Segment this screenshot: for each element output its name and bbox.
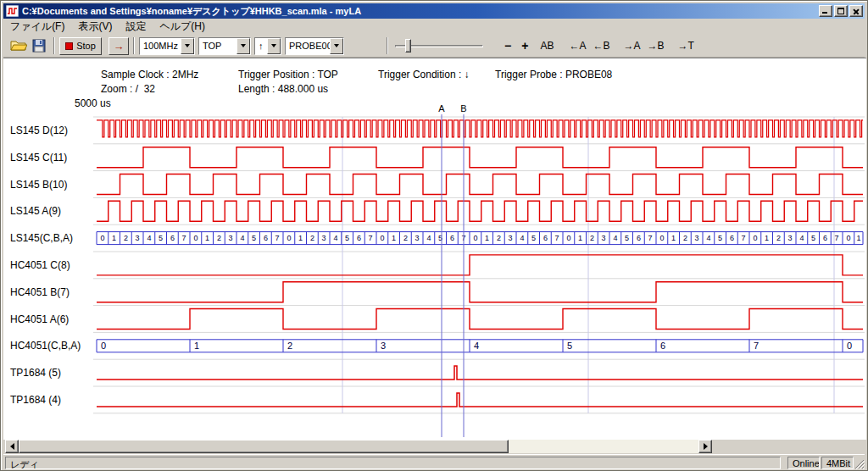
bus-value: 5 [345, 234, 349, 242]
window-title: C:¥Documents and Settings¥noname¥デスクトップ¥… [22, 5, 817, 18]
bus-value: 2 [590, 234, 594, 242]
status-online: Online [787, 457, 820, 469]
bus-value: 7 [182, 234, 186, 242]
bus-value: 5 [567, 341, 572, 351]
zoom-slider[interactable] [395, 38, 483, 53]
toolbar-separator [133, 37, 135, 54]
status-memory: 4MBit [821, 457, 854, 469]
bus-value: 5 [531, 234, 536, 242]
chevron-down-icon[interactable] [236, 38, 250, 54]
jump-b-back-button[interactable]: ←B [590, 38, 612, 53]
bus-value: 2 [683, 234, 687, 242]
minimize-icon [822, 12, 827, 14]
scroll-thumb[interactable] [19, 440, 509, 453]
channel-label: LS145 D(12) [10, 125, 68, 136]
save-icon [32, 39, 46, 53]
chevron-down-icon[interactable] [181, 38, 194, 54]
bus-value: 7 [835, 234, 839, 242]
bus-value: 3 [695, 234, 699, 242]
bus-value: 1 [194, 341, 199, 351]
bus-value: 7 [754, 341, 759, 351]
sample-rate-combo[interactable]: 100MHz [139, 37, 195, 55]
trigger-position-value: TOP [199, 38, 236, 54]
jump-a-forward-button[interactable]: →A [620, 38, 643, 53]
bus-value: 0 [566, 234, 570, 242]
bus-value: 4 [474, 341, 479, 351]
menubar: ファイル(F) 表示(V) 設定 ヘルプ(H) [3, 19, 865, 35]
bus-value: 0 [659, 234, 664, 242]
bus-value: 3 [509, 234, 513, 242]
bus-value: 0 [846, 234, 850, 242]
menu-settings[interactable]: 設定 [119, 18, 153, 36]
bus-value: 3 [229, 234, 233, 242]
waveform-trace [97, 255, 863, 275]
bus-value: 1 [578, 234, 582, 242]
chevron-down-icon[interactable] [267, 38, 281, 54]
bus-value: 4 [706, 234, 710, 242]
bus-value: 0 [847, 341, 852, 351]
waveform-trace [97, 282, 863, 302]
zoom-slider-thumb[interactable] [405, 39, 411, 53]
menu-file[interactable]: ファイル(F) [3, 18, 71, 36]
menu-help[interactable]: ヘルプ(H) [153, 18, 212, 36]
bus-value: 2 [287, 341, 292, 351]
close-button[interactable] [849, 5, 863, 17]
scroll-left-button[interactable] [5, 440, 19, 453]
bus-value: 2 [776, 234, 781, 242]
waveform-panel: LS145 D(12)LS145 C(11)LS145 B(10)LS145 A… [3, 58, 866, 440]
run-arrow-icon: → [114, 40, 125, 53]
channel-row: LS145 C(11) [10, 147, 863, 168]
channel-row: LS145 D(12) [10, 120, 863, 137]
bus-value: 7 [369, 234, 373, 242]
jump-b-forward-button[interactable]: →B [644, 38, 666, 53]
zoom-in-button[interactable]: + [519, 37, 531, 54]
bus-value: 0 [101, 341, 106, 351]
trigger-probe-text: Trigger Probe : PROBE08 [495, 69, 612, 80]
ab-cursor-button[interactable]: AB [537, 38, 556, 53]
chevron-down-icon[interactable] [330, 38, 343, 54]
jump-a-back-button[interactable]: ←A [566, 38, 588, 53]
waveform-trace [97, 120, 863, 137]
channel-row: HC4051 B(7) [10, 282, 863, 302]
bus-value: 6 [264, 234, 268, 242]
open-button[interactable] [8, 36, 29, 55]
bus-value: 1 [112, 234, 116, 242]
zoom-out-button[interactable]: − [502, 37, 514, 54]
waveform-area[interactable]: LS145 D(12)LS145 C(11)LS145 B(10)LS145 A… [3, 58, 866, 440]
maximize-button[interactable] [834, 5, 848, 17]
bus-value: 1 [205, 234, 209, 242]
length-text: Length : 488.000 us [238, 83, 328, 95]
channel-label: HC4051(C,B,A) [10, 340, 81, 352]
menu-view[interactable]: 表示(V) [71, 18, 119, 36]
waveform-trace [97, 366, 863, 380]
save-button[interactable] [29, 36, 49, 55]
stop-label: Stop [76, 41, 96, 51]
trigger-edge-value: ↑ [255, 38, 267, 54]
stop-button[interactable]: Stop [59, 37, 102, 55]
bus-value: 1 [671, 234, 676, 242]
bus-value: 1 [856, 234, 860, 242]
stop-icon [65, 42, 73, 50]
trigger-position-combo[interactable]: TOP [198, 37, 251, 55]
time-scale-label: 5000 us [75, 97, 111, 109]
resize-grip[interactable] [853, 457, 865, 469]
run-button[interactable]: → [108, 37, 129, 55]
channel-row: LS145(C,B,A)0123456701234567012345670123… [10, 232, 863, 245]
jump-trigger-button[interactable]: →T [675, 38, 696, 53]
minimize-button[interactable] [819, 5, 832, 17]
bus-value: 1 [298, 234, 303, 242]
app-window: C:¥Documents and Settings¥noname¥デスクトップ¥… [0, 0, 868, 471]
horizontal-scrollbar[interactable] [5, 440, 712, 453]
sample-clock-text: Sample Clock : 2MHz [101, 69, 198, 80]
toolbar: Stop → 100MHz TOP ↑ PROBE00 − + AB ←A [3, 35, 865, 58]
app-icon[interactable] [6, 5, 19, 17]
channel-label: LS145(C,B,A) [10, 232, 73, 244]
bus-value: 7 [648, 234, 653, 242]
trigger-edge-combo[interactable]: ↑ [254, 37, 281, 55]
bus-value: 4 [799, 234, 804, 242]
trigger-probe-combo[interactable]: PROBE00 [285, 37, 344, 55]
channel-label: TP1684 (5) [10, 367, 61, 379]
bus-value: 3 [136, 234, 140, 242]
scroll-right-button[interactable] [698, 440, 712, 453]
channel-row: LS145 B(10) [10, 175, 863, 195]
